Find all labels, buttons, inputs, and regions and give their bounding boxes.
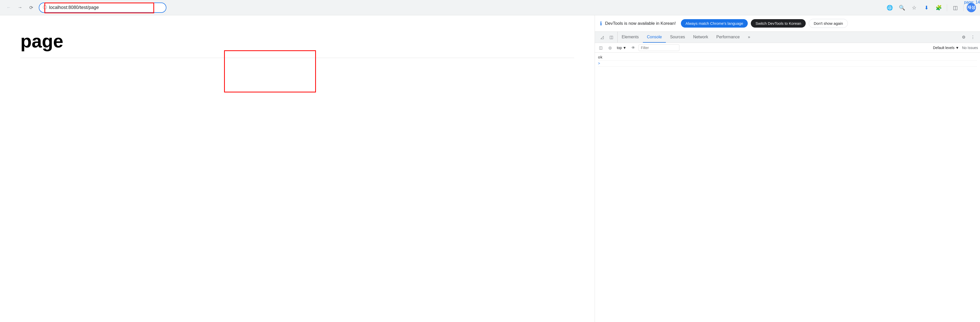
inspect-element-icon[interactable]: ◿ [598,33,606,41]
toolbar-right: 🌐 🔍 ☆ ⬇ 🧩 ◫ 재성 [885,3,976,13]
console-ok-text: ok [598,56,603,60]
browser-chrome: ← → ⟳ ⓘ 🌐 🔍 ☆ ⬇ 🧩 ◫ 재성 [0,0,980,15]
devtools-panel: ℹ DevTools is now available in Korean! A… [595,15,980,322]
devtools-toolbar: ◫ ◎ top ▼ 👁 Default levels ▼ No Issues p… [595,43,980,53]
dt-right-icons: ⚙ ⋮ [958,33,979,41]
translate-button[interactable]: 🌐 [885,3,895,13]
address-bar-container: ⓘ [39,3,166,13]
tab-sources[interactable]: Sources [666,32,689,43]
always-match-language-button[interactable]: Always match Chrome's language [681,19,748,27]
page-content: page [0,15,595,322]
tab-network[interactable]: Network [689,32,712,43]
devtools-settings-icon[interactable]: ⚙ [959,33,968,41]
devtools-tabs: ◿ ◫ Elements Console Sources Network Per… [595,32,980,43]
tab-elements[interactable]: Elements [617,32,643,43]
sidebar-console-btn[interactable]: ◫ [597,44,605,52]
switch-devtools-korean-button[interactable]: Switch DevTools to Korean [751,19,806,27]
context-selector[interactable]: top ▼ [615,45,628,50]
forward-button[interactable]: → [15,3,24,12]
context-dropdown-icon: ▼ [623,46,626,50]
notification-text: DevTools is now available in Korean! [605,21,676,26]
address-bar[interactable] [49,5,162,10]
address-info-icon: ⓘ [43,5,47,10]
extensions-button[interactable]: 🧩 [934,3,944,13]
tab-more[interactable]: » [744,32,754,43]
console-line-arrow[interactable]: > [598,61,977,67]
devtools-console[interactable]: ok > [595,53,980,322]
default-levels-button[interactable]: Default levels ▼ [932,45,961,50]
console-filter-input[interactable] [638,45,679,51]
eye-icon-btn[interactable]: 👁 [629,44,637,52]
sidebar-button[interactable]: ◫ [950,3,960,13]
devtools-notification: ℹ DevTools is now available in Korean! A… [595,15,980,32]
tab-performance[interactable]: Performance [712,32,744,43]
tab-console[interactable]: Console [643,32,666,43]
back-button[interactable]: ← [4,3,13,12]
zoom-button[interactable]: 🔍 [897,3,907,13]
download-button[interactable]: ⬇ [921,3,932,13]
console-line-ok: ok [598,55,977,61]
page-link[interactable]: page: 14 [964,0,980,5]
reload-button[interactable]: ⟳ [27,3,36,12]
clear-console-btn[interactable]: ◎ [606,44,614,52]
notification-info-icon: ℹ [600,21,602,27]
main-layout: page ℹ DevTools is now available in Kore… [0,15,980,322]
bookmark-button[interactable]: ☆ [909,3,919,13]
devtools-more-icon[interactable]: ⋮ [969,33,977,41]
dont-show-again-button[interactable]: Don't show again [809,19,848,28]
toolbar-divider-2 [963,4,964,11]
levels-dropdown-icon: ▼ [956,46,959,50]
no-issues-label: No Issues [962,46,978,50]
device-toolbar-icon[interactable]: ◫ [607,33,615,41]
devtools-tab-icons: ◿ ◫ [596,32,617,43]
nav-buttons: ← → ⟳ [4,3,36,12]
console-expand-arrow[interactable]: > [598,62,600,65]
page-heading: page [21,31,574,52]
